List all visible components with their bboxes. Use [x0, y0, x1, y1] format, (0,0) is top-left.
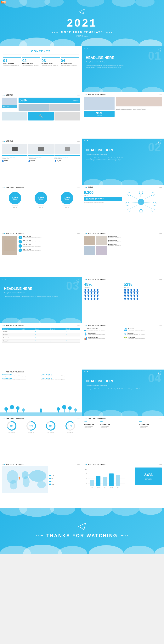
svg-text:76%: 76%	[29, 425, 33, 427]
svg-text:92%: 92%	[49, 425, 52, 427]
map-values: 320 48 37 139	[49, 466, 80, 493]
cover-year: 2021	[52, 16, 112, 29]
svg-line-16	[131, 195, 138, 200]
headline-sub-01: Thoughtfully content or Challenges	[86, 61, 124, 63]
headline-num-01: 01	[148, 50, 161, 62]
headline-num-04: 04	[148, 372, 161, 384]
ring-chart-92: 92% +11,356,129	[45, 420, 56, 433]
row-6: ADD YOUR TITLE HERE +	[0, 231, 164, 277]
thanks-text: THANKS FOR WATCHING	[46, 533, 118, 538]
contents-num-1: 01	[3, 58, 21, 63]
headline-01-slide: 01 HEADLINE HERE Thoughtfully content or…	[82, 46, 164, 92]
svg-point-14	[139, 210, 143, 213]
svg-point-11	[126, 202, 129, 206]
slide6-r-title: ADD YOUR TITLE HERE	[88, 232, 106, 234]
tree-item-3: ADD THE TITLE Lorem ipsum dolor sit amet…	[2, 378, 40, 380]
slide8-l-title: ADD YOUR TITLE HERE	[6, 325, 24, 326]
icon-box: 🔧	[28, 112, 54, 120]
photo-stat-1: 34%	[3, 106, 5, 107]
row-8: ADD YOUR TITLE HERE Category Sub 1 Char.…	[0, 323, 164, 370]
svg-text:2015: 2015	[91, 487, 93, 488]
svg-point-60	[10, 480, 17, 490]
mubiao-item-3: ADD YOUR TITLE HERE Lorem ipsum text 👤 8…	[54, 155, 80, 162]
slide5-l-title: ADD YOUR TITLE HERE	[6, 186, 24, 188]
photo-box-2	[19, 104, 80, 111]
thanks-slide: THANKS FOR WATCHING	[0, 508, 164, 554]
table-row: Header A ✓ ✓ ✓	[2, 330, 80, 333]
network-diagram: ●●●	[124, 190, 162, 214]
svg-line-19	[129, 202, 138, 203]
add-title-map-slide: ADD YOUR TITLE HERE	[0, 462, 82, 508]
svg-text:100: 100	[85, 468, 87, 470]
row-5: ADD YOUR TITLE HERE 9,300 millions Lorem…	[0, 185, 164, 231]
kuati-fangxiang-slide: 课题方向 34% From 2020 59% From 2020	[0, 92, 82, 138]
svg-line-17	[140, 194, 141, 199]
svg-point-9	[139, 191, 143, 194]
icon-item-overview: 🌐 Overview The template describes text g…	[124, 328, 162, 331]
slide11-r-title: ADD YOUR TITLE HERE	[88, 464, 106, 465]
row-7: 03 HEADLINE HERE Thoughtfully content or…	[0, 277, 164, 323]
kuati-shu-slide: 课题数 9,300 millions LOREM IPSUM DOLOR AME…	[82, 185, 164, 231]
svg-point-42	[74, 408, 77, 411]
svg-rect-84	[116, 476, 120, 486]
device-1	[2, 144, 27, 154]
contents-text-4: Thoughtfully content or Thoughtful	[61, 65, 79, 66]
trees-illustration	[0, 405, 82, 416]
paper-plane-icon	[79, 9, 85, 15]
contents-item-3: 03 HEADLINE HERE Thoughtfully content or…	[42, 57, 60, 66]
svg-line-23	[144, 204, 151, 208]
slide3-header: 课题方向	[6, 94, 13, 96]
svg-rect-80	[103, 477, 107, 486]
add-title-table-slide: ADD YOUR TITLE HERE Category Sub 1 Char.…	[0, 323, 82, 370]
photo-item-3: Add The Title The template describes tex…	[108, 244, 162, 246]
circle-stat-2: 3,500 millions Lorem ipsumdolor sit	[35, 192, 47, 208]
contents-item-2: 02 HEADLINE HERE Thoughtfully content or…	[22, 57, 41, 66]
contents-slide: CONTENTS 01 HEADLINE HERE Thoughtfully c…	[0, 46, 82, 92]
add-title-rings-slide: ADD YOUR TITLE HERE 82% +15,356,129	[0, 416, 82, 462]
slide4-header: 课题目标	[6, 140, 13, 142]
svg-line-87	[79, 526, 84, 530]
contents-num-2: 02	[22, 58, 41, 63]
svg-rect-44	[40, 410, 42, 412]
stat-34: 34%	[96, 112, 102, 115]
table-row: Header D ✓ ✓ ✓	[2, 340, 80, 342]
add-title-circles-slide: ADD YOUR TITLE HERE 9,300 millions Lorem…	[0, 185, 82, 231]
row-9: ADD YOUR TITLE HERE ADD THE TITLE Lorem …	[0, 370, 164, 416]
slide10-r-title: ADD YOUR TITLE HERE	[88, 417, 106, 419]
photo-box-1: 34% From 2020	[2, 98, 17, 108]
contents-text-2: Thoughtfully content or Thoughtful	[22, 65, 41, 66]
contents-num-4: 04	[61, 58, 79, 63]
slide-title-r3: ADD YOUR TITLE HERE	[88, 94, 106, 96]
headline-num-03: 03	[66, 280, 79, 292]
table-row: Header B ✓ ✓	[2, 333, 80, 336]
svg-point-62	[23, 476, 30, 487]
svg-rect-82	[109, 474, 114, 486]
row-10: ADD YOUR TITLE HERE 82% +15,356,129	[0, 416, 164, 462]
device-3	[54, 144, 80, 154]
svg-rect-26	[0, 412, 82, 416]
photo-item-1: Add The Title The template describes tex…	[108, 236, 162, 239]
add-title-photo-grid-slide: ADD YOUR TITLE HERE Add The Title	[82, 231, 164, 277]
svg-point-34	[22, 408, 25, 411]
svg-line-21	[131, 204, 138, 208]
stat-big-1: 59%	[20, 98, 27, 102]
svg-point-63	[29, 470, 46, 482]
ring-chart-82: 82% +15,356,129	[6, 420, 17, 433]
svg-text:●●●: ●●●	[140, 201, 142, 203]
circle-stat-3: 2,400 millions Lorem ipsumdolor sit	[61, 192, 73, 208]
main-stat-num: 9,300	[84, 190, 122, 195]
photo-box-4	[54, 112, 80, 120]
ring-chart-54: 54% +17,106,571	[65, 420, 75, 433]
svg-point-28	[5, 407, 8, 411]
tree-item-4: ADD THE TITLE Lorem ipsum dolor sit amet…	[42, 378, 80, 380]
svg-text:2019: 2019	[117, 487, 119, 488]
craft-image-main	[2, 236, 17, 255]
cover-tagline: MORE THAN TEMPLATE	[61, 30, 103, 34]
ring-chart-76: 76% +17,206,129	[26, 420, 37, 433]
photo-right-1	[84, 97, 115, 110]
col-item-2: ADD THE TITLE • Lorem ipsum dolor • Lore…	[100, 424, 138, 430]
cover-sub: P915 Design	[52, 35, 112, 37]
cover-slide: 演界网 2021 MORE THAN TEMPLATE P915 Design	[0, 0, 164, 46]
world-map	[2, 466, 48, 493]
slide8-r-title: ADD YOUR TITLE HERE	[88, 325, 106, 326]
